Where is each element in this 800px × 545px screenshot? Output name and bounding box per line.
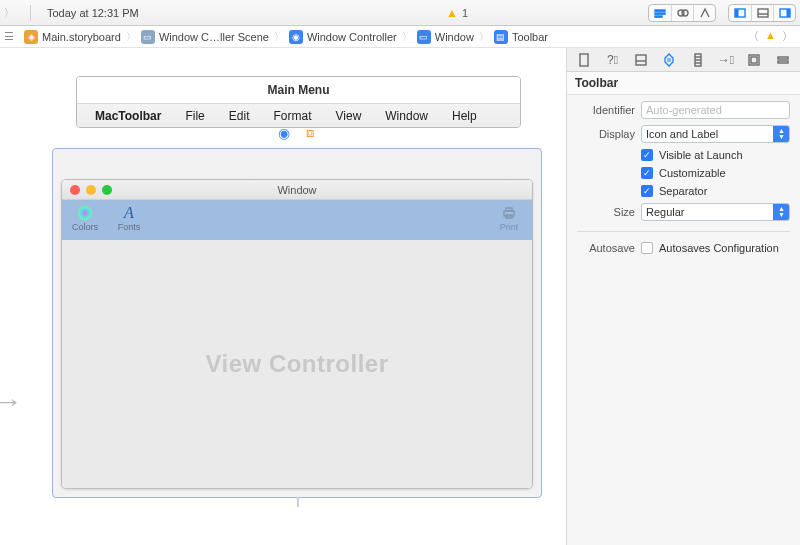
panel-view-segmented[interactable] xyxy=(728,4,796,22)
display-label: Display xyxy=(577,128,635,140)
left-panel-icon[interactable] xyxy=(729,5,751,21)
svg-point-11 xyxy=(78,206,92,220)
menu-item-help[interactable]: Help xyxy=(440,109,489,123)
editor-view-segmented[interactable] xyxy=(648,4,716,22)
select-value: Icon and Label xyxy=(646,128,718,140)
window-controller-scene[interactable]: ◉ ⧈ Window Colors xyxy=(52,148,542,498)
build-status-time: Today at 12:31 PM xyxy=(47,7,139,19)
identifier-field[interactable] xyxy=(641,101,790,119)
size-label: Size xyxy=(577,206,635,218)
identity-inspector-icon[interactable] xyxy=(628,48,654,71)
related-items-icon[interactable]: ☰ xyxy=(4,30,20,43)
svg-rect-6 xyxy=(735,9,739,17)
bottom-panel-icon[interactable] xyxy=(751,5,773,21)
window-controller-icon[interactable]: ◉ xyxy=(276,125,292,141)
chevron-icon: 〉 xyxy=(478,30,490,44)
colors-icon xyxy=(76,204,94,222)
standard-editor-icon[interactable] xyxy=(649,5,671,21)
svg-rect-2 xyxy=(655,16,662,17)
toolbar-item-colors[interactable]: Colors xyxy=(68,204,102,232)
menu-item-file[interactable]: File xyxy=(173,109,216,123)
crumb-scene[interactable]: ▭Window C…ller Scene xyxy=(137,26,273,47)
interface-builder-canvas[interactable]: → Main Menu MacToolbar File Edit Format … xyxy=(0,48,566,545)
menu-item-app[interactable]: MacToolbar xyxy=(77,109,173,123)
size-inspector-icon[interactable] xyxy=(685,48,711,71)
autosave-checkbox[interactable] xyxy=(641,242,653,254)
crumb-nav: 〈 ▲ 〉 xyxy=(745,29,796,44)
visible-label: Visible at Launch xyxy=(659,149,743,161)
first-responder-icon[interactable]: ⧈ xyxy=(302,125,318,141)
warning-triangle-icon: ▲ xyxy=(446,6,458,20)
zoom-icon[interactable] xyxy=(102,185,112,195)
svg-rect-10 xyxy=(786,9,790,17)
crumb-window-controller[interactable]: ◉Window Controller xyxy=(285,26,401,47)
version-editor-icon[interactable] xyxy=(693,5,715,21)
visible-checkbox[interactable]: ✓ xyxy=(641,149,653,161)
nav-prev-icon[interactable]: 〈 xyxy=(745,29,762,44)
toolbar-label: Fonts xyxy=(118,222,141,232)
history-chevron-icon[interactable]: 〉 xyxy=(4,6,14,20)
file-inspector-icon[interactable] xyxy=(571,48,597,71)
inspector-tabs: ?⃝ →⃝ xyxy=(567,48,800,72)
effects-inspector-icon[interactable] xyxy=(770,48,796,71)
menu-item-edit[interactable]: Edit xyxy=(217,109,262,123)
toolbar-item-fonts[interactable]: A Fonts xyxy=(112,204,146,232)
chevron-icon: 〉 xyxy=(401,30,413,44)
svg-rect-7 xyxy=(758,9,768,17)
svg-rect-1 xyxy=(655,13,665,14)
window-toolbar[interactable]: Colors A Fonts Print xyxy=(62,200,532,240)
customizable-label: Customizable xyxy=(659,167,726,179)
svg-rect-25 xyxy=(751,57,757,63)
divider xyxy=(30,5,31,21)
segue-connector-icon xyxy=(297,497,299,507)
crumb-window[interactable]: ▭Window xyxy=(413,26,478,47)
main-menu-title: Main Menu xyxy=(77,77,520,103)
svg-rect-27 xyxy=(778,61,788,63)
connections-inspector-icon[interactable]: →⃝ xyxy=(713,48,739,71)
warning-indicator[interactable]: ▲ 1 xyxy=(446,6,468,20)
close-icon[interactable] xyxy=(70,185,80,195)
nav-warning-icon[interactable]: ▲ xyxy=(762,29,779,44)
customizable-checkbox[interactable]: ✓ xyxy=(641,167,653,179)
help-inspector-icon[interactable]: ?⃝ xyxy=(599,48,625,71)
window-mock[interactable]: Window Colors A Fonts Print xyxy=(61,179,533,489)
minimize-icon[interactable] xyxy=(86,185,96,195)
size-select[interactable]: Regular ▲▼ xyxy=(641,203,790,221)
crumb-toolbar[interactable]: ▤Toolbar xyxy=(490,26,552,47)
svg-rect-16 xyxy=(636,55,646,65)
toolbar-label: Print xyxy=(500,222,519,232)
assistant-editor-icon[interactable] xyxy=(671,5,693,21)
svg-rect-0 xyxy=(655,10,665,11)
chevron-icon: 〉 xyxy=(125,30,137,44)
fonts-icon: A xyxy=(120,204,138,222)
separator-checkbox[interactable]: ✓ xyxy=(641,185,653,197)
top-toolbar: 〉 Today at 12:31 PM ▲ 1 xyxy=(0,0,800,26)
toolbar-label: Colors xyxy=(72,222,98,232)
display-select[interactable]: Icon and Label ▲▼ xyxy=(641,125,790,143)
inspector-panel: ?⃝ →⃝ Toolbar Identifier Display Icon an… xyxy=(566,48,800,545)
nav-next-icon[interactable]: 〉 xyxy=(779,29,796,44)
print-icon xyxy=(500,204,518,222)
select-arrows-icon: ▲▼ xyxy=(778,128,785,140)
window-content[interactable]: View Controller xyxy=(62,240,532,488)
autosave-option-label: Autosaves Configuration xyxy=(659,242,779,254)
warning-count: 1 xyxy=(462,7,468,19)
crumb-storyboard[interactable]: ◈Main.storyboard xyxy=(20,26,125,47)
identifier-label: Identifier xyxy=(577,104,635,116)
bindings-inspector-icon[interactable] xyxy=(741,48,767,71)
svg-rect-26 xyxy=(778,57,788,59)
attributes-inspector-icon[interactable] xyxy=(656,48,682,71)
right-panel-icon[interactable] xyxy=(773,5,795,21)
menu-item-window[interactable]: Window xyxy=(373,109,440,123)
separator-label: Separator xyxy=(659,185,707,197)
svg-point-4 xyxy=(682,10,688,16)
chevron-icon: 〉 xyxy=(273,30,285,44)
entry-point-arrow-icon: → xyxy=(0,388,22,416)
svg-rect-13 xyxy=(506,208,512,211)
view-controller-placeholder: View Controller xyxy=(205,350,388,378)
jump-bar: ☰ ◈Main.storyboard 〉 ▭Window C…ller Scen… xyxy=(0,26,800,48)
toolbar-item-print[interactable]: Print xyxy=(492,204,526,232)
window-title: Window xyxy=(62,184,532,196)
svg-rect-15 xyxy=(580,54,588,66)
menu-item-view[interactable]: View xyxy=(324,109,374,123)
